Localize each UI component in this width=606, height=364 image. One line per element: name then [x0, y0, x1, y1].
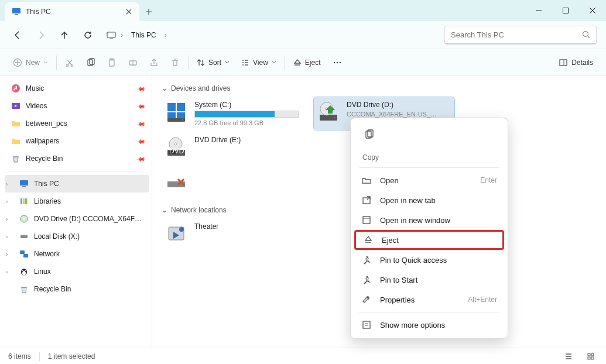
cut-button[interactable] [59, 53, 80, 73]
svg-rect-56 [363, 198, 370, 204]
svg-point-53 [179, 227, 184, 232]
monitor-icon [12, 7, 21, 16]
context-pin-start[interactable]: Pin to Start [354, 270, 504, 290]
svg-rect-59 [588, 353, 590, 356]
monitor-icon [107, 30, 116, 40]
close-icon[interactable] [124, 7, 133, 16]
delete-button[interactable] [165, 53, 186, 73]
svg-point-13 [333, 61, 334, 63]
new-tab-button[interactable] [139, 2, 158, 21]
sidebar-item-recycle-bin-tree[interactable]: Recycle Bin [5, 280, 149, 298]
share-button[interactable] [143, 53, 165, 73]
window-controls [525, 0, 606, 21]
chevron-right-icon: › [6, 251, 8, 257]
details-view-button[interactable] [562, 349, 576, 363]
sidebar-item-this-pc[interactable]: ›This PC [5, 175, 149, 193]
drive-system-c[interactable]: System (C:) 22.8 GB free of 99.3 GB [162, 97, 302, 130]
svg-rect-16 [560, 60, 567, 66]
context-open[interactable]: OpenEnter [354, 170, 504, 190]
toolbar: New Sort View Eject Details [0, 49, 606, 76]
monitor-icon [19, 178, 29, 189]
sidebar-item-recycle-bin[interactable]: Recycle Bin📌 [2, 150, 149, 167]
sidebar-item-music[interactable]: Music📌 [2, 80, 149, 97]
breadcrumb-this-pc[interactable]: This PC [128, 29, 160, 42]
status-item-count: 6 items [8, 352, 31, 360]
new-button[interactable]: New [7, 53, 54, 73]
search-input[interactable] [451, 30, 582, 39]
recycle-bin-icon [11, 153, 21, 164]
pin-icon: 📌 [136, 154, 146, 163]
svg-rect-0 [12, 8, 20, 13]
svg-point-47 [174, 143, 177, 145]
context-pin-quick-access[interactable]: Pin to Quick access [354, 250, 504, 270]
svg-rect-35 [177, 103, 185, 111]
eject-button[interactable]: Eject [287, 53, 327, 73]
back-button[interactable] [7, 25, 28, 46]
svg-rect-23 [25, 198, 27, 204]
thumbnails-view-button[interactable] [584, 349, 598, 363]
pin-icon: 📌 [136, 136, 146, 146]
sidebar-item-network[interactable]: ›Network [5, 245, 149, 263]
svg-point-41 [334, 117, 335, 118]
chevron-right-icon: › [6, 233, 8, 240]
context-open-new-tab[interactable]: Open in new tab [354, 190, 504, 210]
breadcrumb[interactable]: › This PC › [107, 29, 442, 42]
pin-icon [361, 255, 372, 265]
sidebar-item-local-disk-x[interactable]: ›Local Disk (X:) [5, 228, 149, 245]
details-pane-button[interactable]: Details [553, 53, 599, 73]
pin-icon: 📌 [136, 84, 146, 93]
tab-this-pc[interactable]: This PC [5, 2, 139, 21]
refresh-button[interactable] [77, 25, 98, 46]
sidebar-item-linux[interactable]: ›Linux [5, 263, 149, 280]
drive-icon [19, 231, 29, 242]
network-location-theater[interactable]: Theater [162, 219, 302, 249]
rename-button[interactable] [122, 53, 143, 73]
svg-point-27 [26, 236, 27, 238]
forward-button[interactable] [30, 25, 52, 46]
separator [359, 312, 499, 313]
sidebar-item-libraries[interactable]: ›Libraries [5, 193, 149, 210]
sort-button[interactable]: Sort [191, 53, 235, 73]
chevron-right-icon: › [6, 216, 8, 222]
context-open-new-window[interactable]: Open in new window [354, 210, 504, 230]
close-button[interactable] [579, 0, 606, 21]
svg-rect-61 [588, 357, 590, 359]
copy-button[interactable] [359, 124, 380, 145]
minimize-button[interactable] [525, 0, 552, 21]
sidebar: Music📌 Videos📌 between_pcs📌 wallpapers📌 … [0, 76, 152, 348]
drive-dvd-e[interactable]: DVD DVD Drive (E:) [162, 132, 302, 163]
more-button[interactable] [327, 53, 348, 73]
storage-bar [194, 111, 299, 118]
svg-rect-60 [591, 353, 594, 356]
dvd-drive-icon: DVD [165, 136, 189, 159]
svg-point-25 [23, 218, 25, 220]
sidebar-item-dvd-drive-d[interactable]: ›DVD Drive (D:) CCCOMA_X64FRE_EN- [5, 210, 149, 228]
chevron-right-icon: › [6, 198, 8, 205]
svg-point-39 [182, 119, 183, 121]
eject-icon [363, 235, 374, 245]
sidebar-item-between-pcs[interactable]: between_pcs📌 [2, 115, 149, 132]
maximize-button[interactable] [552, 0, 579, 21]
view-button[interactable]: View [235, 53, 282, 73]
drive-item-obscured[interactable] [162, 165, 302, 195]
context-copy[interactable]: Copy [354, 150, 504, 165]
copy-button[interactable] [80, 53, 101, 73]
paste-button[interactable] [101, 53, 122, 73]
svg-rect-2 [563, 8, 569, 13]
context-eject[interactable]: Eject [354, 230, 504, 250]
svg-rect-19 [20, 180, 28, 186]
svg-rect-3 [107, 32, 115, 37]
drive-icon [165, 169, 189, 192]
svg-rect-22 [23, 198, 25, 204]
navbar: › This PC › [0, 21, 606, 49]
section-header-devices[interactable]: ⌄Devices and drives [162, 82, 597, 95]
search-box[interactable] [444, 26, 597, 44]
sidebar-item-wallpapers[interactable]: wallpapers📌 [2, 132, 149, 150]
up-button[interactable] [54, 25, 75, 46]
context-properties[interactable]: PropertiesAlt+Enter [354, 290, 504, 310]
video-icon [11, 101, 21, 111]
sidebar-item-videos[interactable]: Videos📌 [2, 97, 149, 115]
network-icon [19, 249, 29, 259]
context-show-more[interactable]: Show more options [354, 315, 504, 335]
svg-rect-20 [22, 186, 26, 187]
